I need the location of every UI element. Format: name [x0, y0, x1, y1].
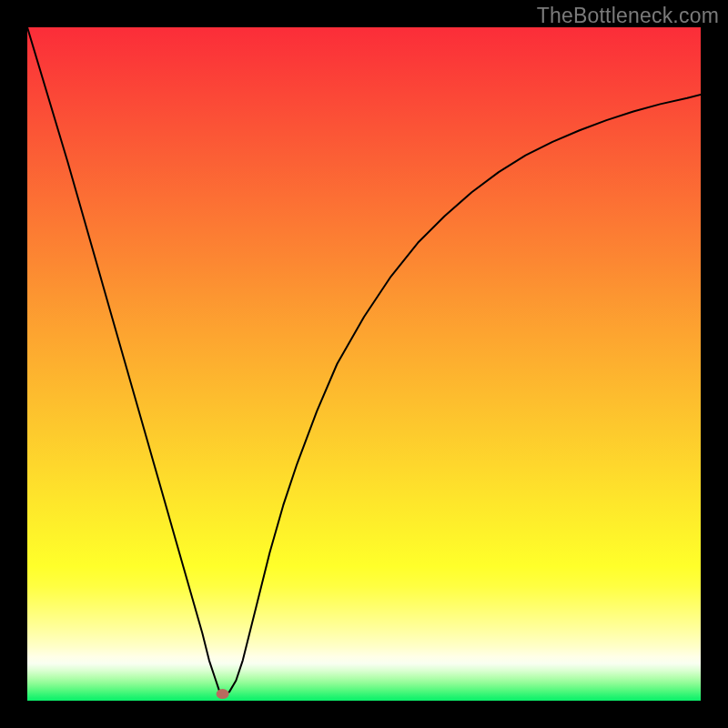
optimal-point-marker	[217, 689, 229, 699]
watermark-text: TheBottleneck.com	[537, 4, 719, 28]
chart-plot-area	[27, 27, 701, 701]
chart-frame: TheBottleneck.com	[0, 0, 728, 728]
chart-svg	[27, 27, 701, 701]
chart-background	[27, 27, 701, 701]
